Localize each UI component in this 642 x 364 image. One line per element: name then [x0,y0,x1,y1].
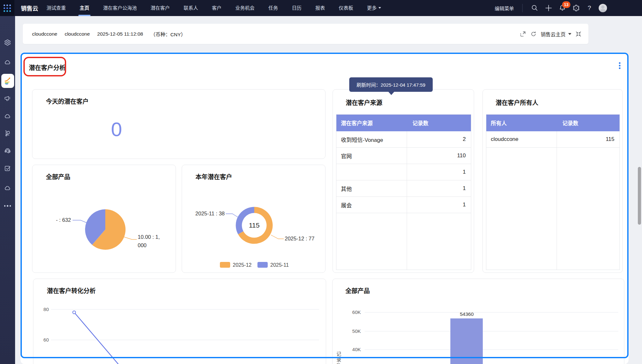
card-lead-source: 潜在客户来源 潜在客户来源 记录数 收到短信-Vonage 2 官网 110 1… [333,89,474,273]
app-logo: 销售云 [21,4,39,12]
breadcrumb-user[interactable]: cloudccone [32,31,57,37]
cell-count: 1 [407,164,471,180]
bar-chart[interactable]: 60K 50K 40K 54360 [333,279,625,364]
context-bar-actions: 销售云主页 [519,30,582,38]
nav-item-tasks[interactable]: 任务 [268,0,278,16]
nav-item-contacts[interactable]: 联系人 [184,0,198,16]
line-point-78[interactable] [73,311,76,314]
breadcrumb: cloudccone cloudccone 2025-12-05 11:12:0… [32,30,186,38]
top-navbar: 销售云 测试查重 主页 潜在客户公海池 潜在客户 联系人 客户 业务机会 任务 … [0,0,642,16]
nav-item-reports[interactable]: 报表 [315,0,325,16]
table-row[interactable]: 官网 110 [336,148,471,164]
card-title: 今天的潜在客户 [46,97,89,105]
breadcrumb-datetime: 2025-12-05 11:12:08 [97,31,143,37]
app-launcher-icon[interactable] [0,0,14,16]
notifications-bell-icon[interactable]: 13 [559,4,566,12]
edit-menu-button[interactable]: 编辑菜单 [495,5,514,12]
nav-item-lead-pool[interactable]: 潜在客户公海池 [103,0,137,16]
nav-item-calendar[interactable]: 日历 [292,0,301,16]
ytick-80: 80 [43,307,49,312]
donut-chart[interactable]: 115 2025-11 : 38 2025-12 : 77 2025-12 20… [182,165,326,273]
line-chart[interactable]: 80 60 [33,279,326,364]
nav-item-dashboards[interactable]: 仪表板 [339,0,353,16]
card-title: 潜在客户所有人 [496,98,538,107]
cell-source: 展会 [336,201,407,209]
col-header-count: 记录数 [557,119,620,127]
pie-chart[interactable]: - : 632 10.00 : 1, 000 [32,165,176,273]
vertical-scrollbar-thumb[interactable] [638,167,641,225]
legend-label-2025-12[interactable]: 2025-12 [233,262,252,268]
ytick-40k: 40K [352,347,361,352]
today-leads-value: 0 [32,118,201,141]
ytick-60k: 60K [352,309,361,315]
card-all-products-pie: 全部产品 - : 632 10.00 : 1, 000 [32,165,176,273]
breadcrumb-company[interactable]: cloudccone [65,31,90,37]
table-row[interactable]: 1 [336,164,471,180]
sidebar-task-check-icon[interactable] [0,165,15,172]
sidebar-headset-chat-icon[interactable] [0,147,15,154]
card-all-products-bar: 全部产品 60K 50K 40K 54360 记录数 [332,279,624,364]
help-icon[interactable]: ? [586,4,593,12]
search-icon[interactable] [531,4,539,12]
table-row[interactable]: cloudccone 115 [486,131,620,148]
col-header-source: 潜在客户来源 [336,119,407,127]
cell-count: 1 [407,197,471,213]
waffle-grid-icon [4,4,11,12]
donut-center-value: 115 [249,221,259,229]
bar-54360[interactable] [450,318,483,364]
nav-item-dedupe-test[interactable]: 测试查重 [47,0,66,16]
sidebar-cloud3-icon[interactable] [0,185,15,192]
chevron-down-icon [378,7,381,10]
table-empty-area [486,148,620,270]
cell-owner: cloudccone [486,136,557,143]
table-row[interactable]: 其他 1 [336,180,471,197]
avatar[interactable] [599,4,607,12]
card-conversion-line: 潜在客户转化分析 80 60 [33,279,326,364]
navbar-divider [522,4,523,12]
sales-chart-icon [4,77,12,85]
cell-source: 其他 [336,185,407,193]
cell-source: 官网 [336,152,407,160]
card-year-leads-donut: 本年潜在客户 115 2025-11 : 38 2025-12 : 77 202… [182,165,325,273]
lead-owner-table: 所有人 记录数 cloudccone 115 [486,114,620,270]
cell-count: 1 [407,180,471,196]
nav-item-more[interactable]: 更多 [367,0,381,16]
nav-item-leads[interactable]: 潜在客户 [151,0,170,16]
sidebar-handtruck-icon[interactable] [0,130,15,137]
sidebar-settings-gear-icon[interactable] [0,39,15,46]
card-today-leads: 今天的潜在客户 0 [32,89,325,159]
breadcrumb-currency: （币种：CNY） [151,30,186,38]
legend-swatch-orange[interactable] [220,262,230,268]
col-header-owner: 所有人 [486,119,557,127]
sidebar-sales-cloud-active[interactable] [1,74,14,88]
settings-gear-icon[interactable] [572,4,580,12]
table-empty-area [336,213,471,270]
sidebar-megaphone-icon[interactable] [0,95,15,102]
nav-item-accounts[interactable]: 客户 [212,0,221,16]
legend-swatch-blue[interactable] [257,262,268,268]
navbar-actions: 编辑菜单 13 ? [495,0,607,16]
sidebar-cloud-icon[interactable] [0,59,15,66]
pie-label-right-line2: 000 [138,242,147,248]
donut-label-right: 2025-12 : 77 [285,236,315,241]
dashboard-view-selector[interactable]: 销售云主页 [541,30,571,38]
nav-item-home[interactable]: 主页 [80,0,89,16]
card-lead-owner: 潜在客户所有人 所有人 记录数 cloudccone 115 [482,89,623,273]
pie-label-left: - : 632 [56,217,71,223]
expand-fullscreen-icon[interactable] [519,30,526,38]
nav-item-opportunities[interactable]: 业务机会 [235,0,255,16]
cell-count: 2 [407,131,471,147]
sidebar-cloud2-icon[interactable] [0,113,15,120]
card-title: 潜在客户来源 [346,98,382,107]
add-plus-icon[interactable] [545,4,552,12]
table-row[interactable]: 收到短信-Vonage 2 [336,131,471,148]
dashboard-section-title: 潜在客户分析 [29,63,65,72]
col-header-count: 记录数 [407,119,471,127]
kebab-menu-icon[interactable] [619,62,620,69]
sidebar-more-ellipsis-icon[interactable] [0,205,15,207]
collapse-icon[interactable] [575,30,582,38]
legend-label-2025-11[interactable]: 2025-11 [270,262,289,268]
refresh-time-tooltip: 刷新时间：2025-12-04 17:47:59 [349,77,433,92]
table-row[interactable]: 展会 1 [336,197,471,213]
refresh-icon[interactable] [530,30,537,38]
